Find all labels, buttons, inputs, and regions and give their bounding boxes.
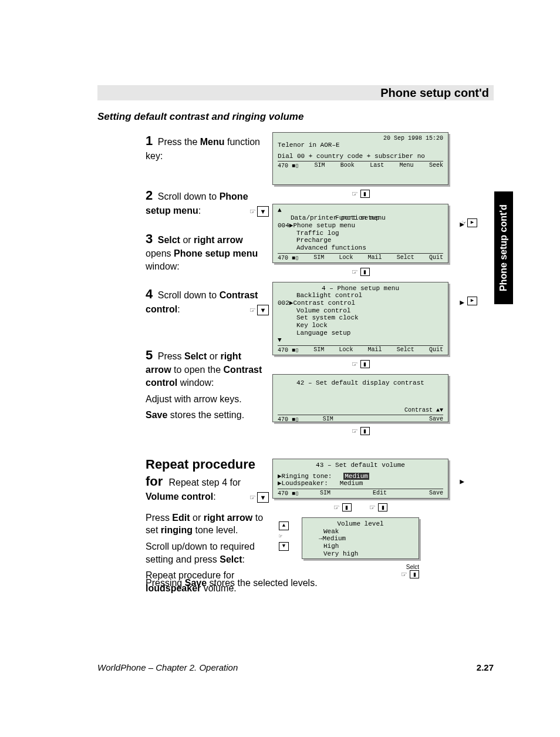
pause-key[interactable]: ▮ bbox=[360, 427, 370, 435]
pause-key[interactable]: ▮ bbox=[378, 503, 387, 511]
hand-icon: ☞ bbox=[401, 570, 407, 578]
hand-icon: ☞ bbox=[352, 190, 358, 198]
menu-item-contrast-control[interactable]: 002▶Contrast control bbox=[278, 299, 443, 307]
hand-icon: ☞ bbox=[249, 493, 256, 502]
right-arrow-key[interactable]: ▶ bbox=[467, 218, 477, 227]
side-tab: Phone setup cont'd bbox=[494, 191, 513, 304]
section-title: Setting default contrast and ringing vol… bbox=[97, 111, 303, 123]
page-footer: WorldPhone – Chapter 2. Operation 2.27 bbox=[97, 662, 494, 672]
softkey-bar: 470 ■▯ SIM Edit Save bbox=[278, 489, 443, 497]
softkey-bar: 470 ■▯ SIM Book Last Menu Seek bbox=[278, 161, 443, 169]
softkey-selct[interactable]: Selct bbox=[397, 254, 414, 261]
hand-icon: ☞ bbox=[333, 503, 340, 511]
hand-icon: ☞ bbox=[369, 503, 376, 511]
softkey-selct[interactable]: Selct bbox=[272, 564, 419, 570]
softkey-bar: 470 ■▯ SIM Lock Mail Selct Quit bbox=[278, 345, 443, 354]
menu-item-ringing[interactable]: ▶Ringing tone: bbox=[278, 473, 332, 480]
right-arrow-key[interactable]: ▶ bbox=[467, 297, 477, 305]
menu-item-phone-setup[interactable]: 004▶Phone setup menu bbox=[278, 222, 443, 230]
softkey-seek[interactable]: Seek bbox=[429, 162, 443, 169]
footer-chapter: WorldPhone – Chapter 2. Operation bbox=[97, 662, 238, 672]
down-arrow-key[interactable]: ▼ bbox=[279, 542, 289, 551]
hand-icon: ☞ bbox=[352, 427, 358, 435]
softkey-bar: 470 ■▯ SIM Save bbox=[278, 415, 443, 423]
steps-column: 1 Press the Menu function key: 2 Scroll … bbox=[146, 132, 269, 607]
down-arrow-key[interactable]: ▼ bbox=[257, 206, 269, 217]
battery-icon: ■▯ bbox=[292, 490, 299, 497]
softkey-selct[interactable]: Selct bbox=[397, 346, 414, 354]
contrast-control[interactable]: Contrast ▲▼ bbox=[278, 407, 443, 414]
step-4: 4 Scroll down to Contrast control: ☞▼ bbox=[146, 285, 269, 315]
softkey-save[interactable]: Save bbox=[429, 416, 443, 423]
battery-icon: ■▯ bbox=[292, 163, 299, 169]
softkey-mail[interactable]: Mail bbox=[368, 346, 382, 354]
step-5-num: 5 bbox=[146, 348, 153, 362]
header-title: Phone setup cont'd bbox=[380, 86, 489, 100]
side-tab-label: Phone setup cont'd bbox=[498, 204, 509, 291]
pause-key[interactable]: ▮ bbox=[360, 268, 370, 276]
step-2-num: 2 bbox=[146, 188, 153, 203]
screen-phone-setup-menu: ▶ ▶ 4 – Phone setup menu Backlight contr… bbox=[272, 282, 448, 355]
hand-icon: ☞ bbox=[462, 218, 466, 227]
final-note: Pressing Save stores the selected levels… bbox=[146, 578, 318, 588]
ringing-value: Medium bbox=[343, 473, 369, 480]
screen-volume-level: ▲ ☞ ▼ Volume level Weak →Medium High Ver… bbox=[302, 517, 419, 559]
battery-icon: ■▯ bbox=[292, 416, 299, 423]
battery-icon: ■▯ bbox=[292, 255, 299, 261]
hand-icon: ☞ bbox=[352, 268, 358, 276]
screen-function-menu: ▶ ☞▶ ▲ Function menu Data/printer port s… bbox=[272, 204, 448, 263]
screen-home: 20 Sep 1998 15:20 Telenor in AOR–E Dial … bbox=[272, 132, 448, 185]
pause-key[interactable]: ▮ bbox=[342, 503, 352, 511]
footer-page: 2.27 bbox=[477, 662, 494, 672]
right-arrow-icon: ▶ bbox=[460, 298, 464, 307]
softkey-book[interactable]: Book bbox=[340, 162, 355, 169]
step-1: 1 Press the Menu function key: bbox=[146, 132, 269, 162]
header-bar: Phone setup cont'd bbox=[97, 85, 494, 100]
down-arrow-key[interactable]: ▼ bbox=[257, 492, 269, 503]
hand-icon: ☞ bbox=[249, 305, 256, 315]
softkey-quit[interactable]: Quit bbox=[429, 254, 443, 261]
step-3-num: 3 bbox=[146, 231, 153, 246]
down-arrow-icon: ▼ bbox=[278, 336, 443, 344]
screen-volume: ▶ 43 – Set default volume ▶Ringing tone:… bbox=[272, 459, 448, 499]
up-arrow-icon: ▲ bbox=[278, 207, 443, 214]
step-1-num: 1 bbox=[146, 133, 153, 148]
pause-key[interactable]: ▮ bbox=[360, 190, 370, 198]
softkey-bar: 470 ■▯ SIM Lock Mail Selct Quit bbox=[278, 253, 443, 261]
pause-key[interactable]: ▮ bbox=[410, 570, 419, 578]
hand-icon: ☞ bbox=[279, 533, 288, 540]
screen-contrast: 42 – Set default display contrast Contra… bbox=[272, 374, 448, 422]
menu-item-loudspeaker[interactable]: ▶Loudspeaker: bbox=[278, 480, 328, 487]
hand-icon: ☞ bbox=[352, 360, 358, 368]
hand-icon: ☞ bbox=[249, 207, 256, 216]
softkey-lock[interactable]: Lock bbox=[339, 346, 353, 354]
down-arrow-key[interactable]: ▼ bbox=[257, 305, 269, 315]
screens-column: 20 Sep 1998 15:20 Telenor in AOR–E Dial … bbox=[272, 132, 448, 578]
softkey-edit[interactable]: Edit bbox=[373, 490, 387, 497]
softkey-menu[interactable]: Menu bbox=[400, 162, 414, 169]
softkey-save[interactable]: Save bbox=[429, 490, 443, 497]
step-6: Repeat procedure for Repeat step 4 for V… bbox=[146, 456, 269, 595]
softkey-lock[interactable]: Lock bbox=[339, 254, 353, 261]
softkey-mail[interactable]: Mail bbox=[368, 254, 382, 261]
step-2: 2 Scroll down to Phone setup menu: ☞▼ bbox=[146, 187, 269, 217]
softkey-quit[interactable]: Quit bbox=[429, 346, 443, 354]
datetime: 20 Sep 1998 15:20 bbox=[278, 135, 443, 142]
step-3: 3 Selct or right arrow opens Phone setup… bbox=[146, 230, 269, 273]
loudspeaker-value: Medium bbox=[340, 480, 363, 487]
right-arrow-icon: ▶ bbox=[460, 477, 464, 486]
battery-icon: ■▯ bbox=[292, 347, 299, 354]
step-5: 5 Press Selct or right arrow to open the… bbox=[146, 346, 269, 422]
pause-key[interactable]: ▮ bbox=[360, 360, 370, 368]
step-4-num: 4 bbox=[146, 287, 153, 301]
softkey-last[interactable]: Last bbox=[370, 162, 384, 169]
up-arrow-key[interactable]: ▲ bbox=[279, 521, 289, 530]
volume-level-medium[interactable]: →Medium bbox=[307, 535, 414, 543]
